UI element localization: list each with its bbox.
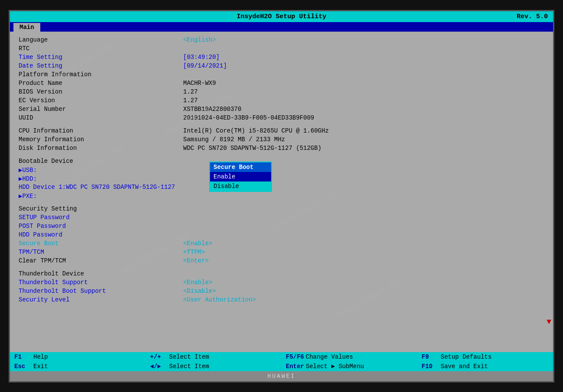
desc-f5f6: Change Values (306, 353, 353, 360)
label-platform: Platform Information (19, 71, 183, 79)
row-thunderbolt-boot: Thunderbolt Boot Support <Disable> (19, 288, 544, 295)
label-ec-version: EC Version (19, 97, 183, 105)
label-hdd[interactable]: ▶HDD: (19, 175, 183, 183)
value-memory: Samsung / 8192 MB / 2133 MHz (183, 136, 544, 144)
huawei-label: HUAWEI (268, 373, 296, 379)
value-post-password (183, 223, 544, 230)
gap-4 (19, 266, 544, 270)
row-date: Date Setting [09/14/2021] (19, 62, 544, 70)
label-rtc: RTC (19, 45, 183, 53)
label-date[interactable]: Date Setting (19, 62, 183, 70)
row-secure-boot: Secure Boot <Enable> (19, 240, 544, 248)
row-rtc: RTC (19, 45, 544, 53)
row-bootable: Bootable Device (19, 158, 544, 165)
desc-f10: Save and Exit (441, 363, 488, 370)
row-hdd-device: HDD Device 1:WDC PC SN720 SDAPNTW-512G-1… (19, 184, 544, 191)
value-hdd (183, 175, 544, 183)
row-security-setting: Security Setting (19, 205, 544, 213)
tab-main[interactable]: Main (13, 23, 40, 32)
label-hdd-device[interactable]: HDD Device 1:WDC PC SN720 SDAPNTW-512G-1… (19, 184, 183, 191)
title-bar: InsydeH2O Setup Utility Rev. 5.0 (10, 11, 553, 22)
row-thunderbolt-support: Thunderbolt Support <Enable> (19, 279, 544, 287)
label-setup-password[interactable]: SETUP Password (19, 214, 183, 222)
key-enter: Enter (286, 363, 304, 370)
label-thunderbolt-support[interactable]: Thunderbolt Support (19, 279, 183, 287)
gap-3 (19, 201, 544, 205)
key-arrows1: +/+ (150, 353, 168, 360)
value-thunderbolt-device (183, 270, 544, 278)
value-secure-boot: <Enable> (183, 240, 544, 248)
label-time[interactable]: Time Setting (19, 54, 183, 62)
bottom-bar-container: F1 Help Esc Exit +/+ Select Item ◄/► Sel… (10, 352, 553, 371)
value-bios-version: 1.27 (183, 88, 544, 96)
label-security-setting: Security Setting (19, 205, 183, 213)
label-secure-boot[interactable]: Secure Boot (19, 240, 183, 248)
value-rtc (183, 45, 544, 53)
value-setup-password (183, 214, 544, 222)
row-serial: Serial Number XSTBB19A22800370 (19, 106, 544, 113)
row-usb: ▶USB: (19, 166, 544, 174)
bb-col-3: F5/F6 Change Values Enter Select ► SubMe… (282, 352, 417, 371)
value-date: [09/14/2021] (183, 62, 544, 70)
row-memory: Memory Information Samsung / 8192 MB / 2… (19, 136, 544, 144)
desc-esc: Exit (33, 363, 48, 370)
gap-2 (19, 153, 544, 157)
value-security-level: <User Authorization> (183, 296, 544, 304)
main-content: macOShome.com macOShome.com macOShome.co… (10, 32, 553, 352)
value-platform (183, 71, 544, 79)
row-platform: Platform Information (19, 71, 544, 79)
row-product-name: Product Name MACHR-WX9 (19, 80, 544, 87)
label-product-name: Product Name (19, 80, 183, 87)
value-clear-tpm: <Enter> (183, 257, 544, 265)
row-pxe: ▶PXE: (19, 192, 544, 200)
value-serial: XSTBB19A22800370 (183, 106, 544, 113)
label-language: Language (19, 36, 183, 44)
label-thunderbolt-device: Thunderbolt Device (19, 270, 183, 278)
label-pxe[interactable]: ▶PXE: (19, 192, 183, 200)
row-language: Language <English> (19, 36, 544, 44)
bb-col-2: +/+ Select Item ◄/► Select Item (146, 352, 282, 371)
key-esc: Esc (14, 363, 32, 370)
bottom-bar: F1 Help Esc Exit +/+ Select Item ◄/► Sel… (10, 352, 553, 371)
key-f9: F9 (422, 353, 439, 360)
label-tpm[interactable]: TPM/TCM (19, 249, 183, 256)
row-uuid: UUID 20191024-04ED-33B9-F005-04ED33B9F00… (19, 114, 544, 122)
value-disk: WDC PC SN720 SDAPNTW-512G-1127 (512GB) (183, 145, 544, 152)
label-cpu: CPU Information (19, 127, 183, 135)
value-tpm: <fTPM> (183, 249, 544, 256)
tab-bar: Main (10, 22, 553, 32)
bb-line-esc: Esc Exit (10, 362, 146, 371)
row-thunderbolt-device: Thunderbolt Device (19, 270, 544, 278)
label-thunderbolt-boot[interactable]: Thunderbolt Boot Support (19, 288, 183, 295)
bb-line-enter: Enter Select ► SubMenu (282, 362, 417, 371)
bb-line-f10: F10 Save and Exit (417, 362, 553, 371)
bb-col-4: F9 Setup Defaults F10 Save and Exit (417, 352, 553, 371)
label-bios-version: BIOS Version (19, 88, 183, 96)
value-hdd-password (183, 231, 544, 239)
label-security-level[interactable]: Security Level (19, 296, 183, 304)
label-clear-tpm[interactable]: Clear TPM/TCM (19, 257, 183, 265)
gap-1 (19, 123, 544, 127)
value-uuid: 20191024-04ED-33B9-F005-04ED33B9F009 (183, 114, 544, 122)
desc-f9: Setup Defaults (441, 353, 492, 360)
label-bootable: Bootable Device (19, 158, 183, 165)
label-hdd-password[interactable]: HDD Password (19, 231, 183, 239)
value-time: [03:49:20] (183, 54, 544, 62)
value-thunderbolt-support: <Enable> (183, 279, 544, 287)
value-hdd-device (183, 184, 544, 191)
desc-enter: Select ► SubMenu (306, 363, 364, 370)
label-usb[interactable]: ▶USB: (19, 166, 183, 174)
value-product-name: MACHR-WX9 (183, 80, 544, 87)
label-disk: Disk Information (19, 145, 183, 152)
label-uuid: UUID (19, 114, 183, 122)
row-disk: Disk Information WDC PC SN720 SDAPNTW-51… (19, 145, 544, 152)
row-time: Time Setting [03:49:20] (19, 54, 544, 62)
bb-line-f1: F1 Help (10, 352, 146, 362)
row-setup-password: SETUP Password (19, 214, 544, 222)
label-post-password[interactable]: POST Password (19, 223, 183, 230)
value-usb (183, 166, 544, 174)
huawei-bar: HUAWEI (10, 371, 553, 381)
label-memory: Memory Information (19, 136, 183, 144)
key-f5f6: F5/F6 (286, 353, 304, 360)
row-hdd: ▶HDD: (19, 175, 544, 183)
